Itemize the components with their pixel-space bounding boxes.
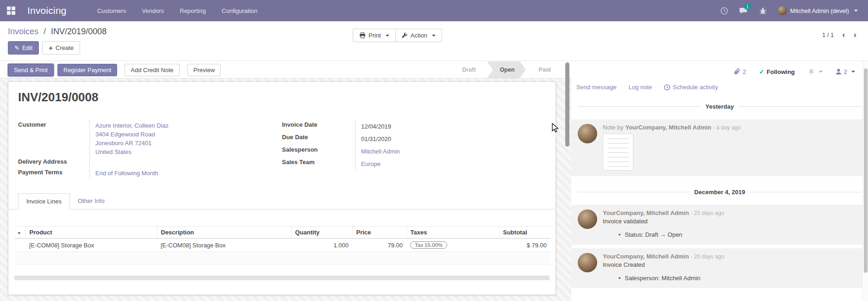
- messages-icon[interactable]: 1: [739, 7, 748, 15]
- notifications-bell-button[interactable]: [808, 68, 823, 75]
- invoicing-page: Invoicing Customers Vendors Reporting Co…: [0, 0, 868, 301]
- wrench-icon: [402, 32, 408, 38]
- chevron-down-icon: [819, 71, 823, 73]
- user-menu[interactable]: Mitchell Admin (devel): [778, 6, 858, 15]
- pager-previous-icon[interactable]: ‹: [842, 31, 845, 39]
- field-salesperson: Salesperson Mitchell Admin: [282, 145, 546, 158]
- attachments-button[interactable]: 2: [734, 68, 746, 75]
- date-divider-yesterday: Yesterday: [578, 103, 862, 110]
- add-credit-note-button[interactable]: Add Credit Note: [125, 64, 180, 76]
- form-buttons: ✎ Edit + Create: [8, 41, 868, 55]
- top-navbar: Invoicing Customers Vendors Reporting Co…: [0, 0, 868, 21]
- scrollbar-thumb[interactable]: [864, 68, 868, 273]
- attachments-count: 2: [743, 68, 746, 75]
- pager-counter: 1 / 1: [822, 31, 834, 38]
- status-step-draft[interactable]: Draft: [449, 61, 487, 79]
- chatter-actions: Send message Log note Schedule activity: [571, 84, 868, 91]
- cell-taxes: Tax 15.00%: [406, 239, 499, 252]
- clock-icon: [664, 84, 670, 91]
- edit-button[interactable]: ✎ Edit: [8, 41, 39, 55]
- pager-next-icon[interactable]: ›: [854, 31, 856, 39]
- form-scrollbar-thumb[interactable]: [565, 62, 569, 147]
- print-button[interactable]: Print: [353, 29, 396, 42]
- breadcrumb-invoices[interactable]: Invoices: [8, 27, 38, 36]
- control-panel: Invoices / INV/2019/0008 ✎ Edit + Create…: [0, 21, 868, 61]
- user-avatar: [778, 6, 787, 15]
- avatar: [578, 253, 597, 272]
- salesperson-link[interactable]: Mitchell Admin: [355, 145, 546, 158]
- header-taxes[interactable]: Taxes: [406, 227, 499, 239]
- menu-configuration[interactable]: Configuration: [222, 7, 257, 14]
- chatter-scrollbar[interactable]: [862, 61, 868, 301]
- message-timestamp: - 20 days ago: [691, 210, 724, 216]
- header-subtotal[interactable]: Subtotal: [499, 227, 550, 239]
- status-pipeline: Draft Open Paid: [449, 61, 571, 79]
- send-print-button[interactable]: Send & Print: [8, 64, 54, 76]
- send-message-button[interactable]: Send message: [576, 84, 617, 91]
- log-note-button[interactable]: Log note: [629, 84, 652, 91]
- payment-terms-link[interactable]: End of Following Month: [89, 168, 282, 178]
- person-icon: [836, 68, 842, 75]
- schedule-activity-button[interactable]: Schedule activity: [664, 84, 718, 91]
- field-delivery-address: Delivery Address: [18, 157, 282, 168]
- statusbar-buttons: Send & Print Register Payment Add Credit…: [8, 64, 221, 76]
- preview-button[interactable]: Preview: [187, 64, 221, 76]
- table-header-row: ▾ Product Description Quantity Price Tax…: [14, 227, 550, 239]
- menu-reporting[interactable]: Reporting: [180, 7, 206, 14]
- sales-team-link[interactable]: Europe: [355, 158, 546, 170]
- following-button[interactable]: ✓ Following: [759, 68, 794, 75]
- print-action-group: Print Action: [353, 29, 442, 42]
- nav-menus: Customers Vendors Reporting Configuratio…: [97, 7, 257, 14]
- field-due-date: Due Date 01/31/2020: [282, 133, 546, 145]
- menu-vendors[interactable]: Vendors: [142, 7, 164, 14]
- tax-badge: Tax 15.00%: [410, 241, 447, 249]
- message-timestamp: - 20 days ago: [691, 253, 724, 260]
- attachment-preview[interactable]: [603, 134, 633, 171]
- header-product[interactable]: Product: [25, 227, 157, 239]
- table-row[interactable]: [E-COM08] Storage Box [E-COM08] Storage …: [14, 239, 550, 252]
- app-title[interactable]: Invoicing: [27, 5, 67, 16]
- message-author[interactable]: YourCompany, Mitchell Admin: [603, 209, 689, 216]
- message-author[interactable]: YourCompany, Mitchell Admin: [603, 253, 689, 260]
- sort-caret-icon[interactable]: ▾: [18, 231, 20, 235]
- chevron-down-icon: [851, 71, 855, 73]
- field-group-left: Customer Azure Interior, Colleen Diaz 34…: [18, 120, 282, 178]
- bug-icon[interactable]: [759, 7, 767, 15]
- chatter-message-validated: YourCompany, Mitchell Admin - 20 days ag…: [571, 205, 868, 245]
- create-button[interactable]: + Create: [42, 41, 80, 55]
- statusbar: Send & Print Register Payment Add Credit…: [0, 61, 571, 79]
- breadcrumb-current: INV/2019/0008: [51, 27, 106, 36]
- cell-description: [E-COM08] Storage Box: [157, 239, 291, 252]
- avatar: [578, 124, 597, 143]
- content-area: Send & Print Register Payment Add Credit…: [0, 61, 868, 301]
- field-sales-team: Sales Team Europe: [282, 158, 546, 170]
- breadcrumb-separator: /: [44, 27, 46, 36]
- status-step-paid[interactable]: Paid: [526, 61, 562, 79]
- empty-line: [14, 252, 550, 264]
- cell-price: 79.00: [352, 239, 406, 252]
- note-prefix: Note by: [603, 124, 625, 131]
- header-quantity[interactable]: Quantity: [291, 227, 352, 239]
- tab-invoice-lines[interactable]: Invoice Lines: [18, 193, 70, 209]
- navbar-right: 1 Mitchell Admin (devel): [720, 6, 858, 15]
- activities-clock-icon[interactable]: [720, 7, 728, 15]
- header-description[interactable]: Description: [157, 227, 291, 239]
- followers-count: 2: [844, 68, 847, 75]
- apps-grid-icon[interactable]: [7, 6, 15, 15]
- register-payment-button[interactable]: Register Payment: [57, 64, 117, 76]
- printer-icon: [359, 32, 366, 38]
- field-payment-terms: Payment Terms End of Following Month: [18, 168, 282, 178]
- bell-icon: [808, 68, 815, 75]
- message-author[interactable]: YourCompany, Mitchell Admin: [625, 124, 711, 131]
- field-groups: Customer Azure Interior, Colleen Diaz 34…: [8, 120, 556, 178]
- action-button[interactable]: Action: [396, 29, 442, 42]
- followers-button[interactable]: 2: [836, 68, 855, 75]
- horizontal-scrollbar[interactable]: [14, 276, 550, 280]
- pager: 1 / 1 ‹ ›: [822, 31, 856, 39]
- menu-customers[interactable]: Customers: [97, 7, 126, 14]
- customer-link[interactable]: Azure Interior, Colleen Diaz: [95, 121, 282, 130]
- tab-other-info[interactable]: Other Info: [70, 193, 112, 209]
- status-step-open[interactable]: Open: [487, 61, 526, 79]
- chatter-message-note: Note by YourCompany, Mitchell Admin - a …: [571, 119, 868, 176]
- header-price[interactable]: Price: [352, 227, 406, 239]
